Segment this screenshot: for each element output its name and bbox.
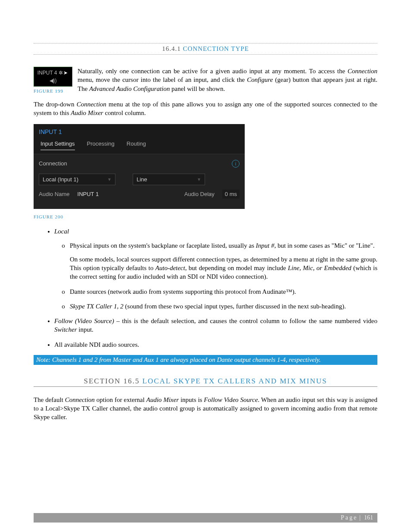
figure-199: INPUT 4 ✲ ➤ ◀)) FIGURE 199 (34, 67, 72, 93)
figure-199-caption: FIGURE 199 (34, 88, 72, 93)
chevron-down-icon: ▼ (107, 177, 112, 182)
audio-delay-label: Audio Delay (184, 191, 215, 197)
page-footer: Page | 161 (34, 513, 377, 523)
figure-200-panel: INPUT 1 Input Settings Processing Routin… (34, 124, 245, 209)
bullet-ndi: All available NDI audio sources. (54, 340, 377, 349)
panel-title: INPUT 1 (34, 124, 245, 138)
bullet-list: Local Physical inputs on the system's ba… (34, 227, 377, 349)
paragraph-2: The drop-down Connection menu at the top… (34, 100, 377, 118)
connection-source-value: Local (Input 1) (43, 176, 78, 183)
section-heading-16-4-1: 16.4.1 CONNECTION TYPE (34, 43, 377, 55)
section-title: CONNECTION TYPE (183, 45, 249, 52)
panel-tabs: Input Settings Processing Routing (34, 138, 245, 154)
section-number: 16.4.1 (162, 45, 181, 52)
info-icon[interactable]: i (232, 160, 240, 168)
bullet-local: Local Physical inputs on the system's ba… (54, 227, 377, 311)
footer-separator: | (359, 514, 361, 521)
section-title: LOCAL SKYPE TX CALLERS AND MIX MINUS (143, 377, 327, 385)
bullet-local-dante: Dante sources (network audio from system… (70, 287, 377, 296)
input4-label: INPUT 4 (37, 70, 57, 76)
figure-199-image: INPUT 4 ✲ ➤ ◀)) (34, 67, 72, 87)
tab-processing[interactable]: Processing (87, 140, 115, 150)
cursor-icon: ➤ (63, 70, 68, 76)
tab-routing[interactable]: Routing (127, 140, 146, 150)
figure-200-caption: FIGURE 200 (34, 214, 377, 219)
gear-icon: ✲ (59, 70, 63, 76)
bullet-local-physical: Physical inputs on the system's backplan… (70, 241, 377, 281)
sound-icon: ◀)) (36, 78, 70, 84)
connection-type-dropdown[interactable]: Line ▼ (133, 174, 205, 185)
audio-name-label: Audio Name (39, 191, 70, 197)
connection-label: Connection (39, 158, 232, 169)
paragraph-3: The default Connection option for extern… (34, 395, 377, 422)
footer-page-label: Page (341, 514, 358, 521)
tab-input-settings[interactable]: Input Settings (40, 140, 75, 150)
bullet-local-skype: Skype TX Caller 1, 2 (sound from these t… (70, 302, 377, 311)
section-number: SECTION 16.5 (84, 377, 140, 385)
footer-page-number: 161 (364, 514, 373, 521)
audio-name-value: INPUT 1 (78, 191, 99, 197)
connection-type-value: Line (137, 176, 147, 183)
paragraph-1: Naturally, only one connection can be ac… (34, 67, 377, 93)
chevron-down-icon: ▼ (197, 177, 201, 182)
note-box: Note: Channels 1 and 2 from Master and A… (34, 355, 377, 365)
section-heading-16-5: SECTION 16.5 LOCAL SKYPE TX CALLERS AND … (34, 377, 377, 387)
connection-source-dropdown[interactable]: Local (Input 1) ▼ (39, 174, 115, 185)
audio-delay-value[interactable]: 0 ms (222, 190, 240, 199)
bullet-follow: Follow (Video Source) – this is the defa… (54, 317, 377, 334)
